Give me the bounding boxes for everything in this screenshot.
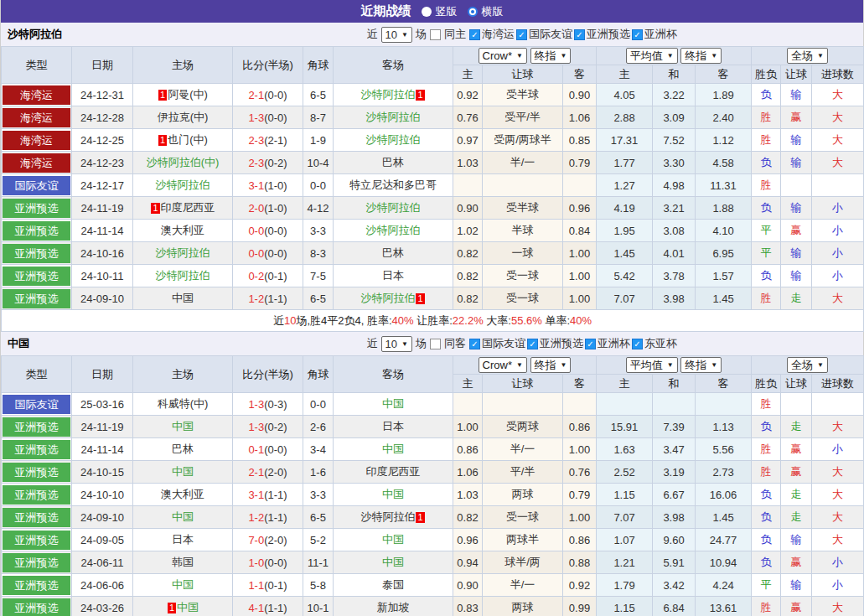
layout-radio-horizontal[interactable]: 横版 xyxy=(468,4,504,19)
odds-away-value: 1.00 xyxy=(563,287,597,310)
match-date: 25-03-16 xyxy=(72,393,133,416)
odds-source-select[interactable]: Crow*▼ xyxy=(479,48,527,64)
odds-home-value: 0.82 xyxy=(453,242,483,265)
avg-away-value: 11.31 xyxy=(696,174,752,197)
avg-draw-value: 3.09 xyxy=(653,106,696,129)
odds-header-group: Crow*▼ 终指▼ xyxy=(453,356,597,375)
match-type-badge: 亚洲预选 xyxy=(2,438,72,461)
corner-score: 3-3 xyxy=(303,484,334,506)
handicap-value: 受一球 xyxy=(483,287,563,310)
home-team: 沙特阿拉伯 xyxy=(133,265,233,287)
same-venue-checkbox[interactable] xyxy=(430,29,441,40)
avg-source-select[interactable]: 平均值▼ xyxy=(626,357,678,373)
result-wdl-value: 负 xyxy=(752,551,781,574)
result-handicap-value: 输 xyxy=(781,129,812,152)
competition-checkbox[interactable]: ✓ xyxy=(585,339,596,349)
col-avg-away: 客 xyxy=(696,65,752,84)
odds-stage-select[interactable]: 终指▼ xyxy=(530,48,572,64)
summary-row: 近10场,胜4平2负4, 胜率:40% 让胜率:22.2% 大率:55.6% 单… xyxy=(2,310,864,332)
result-wdl-value: 胜 xyxy=(752,597,781,616)
match-date: 24-10-10 xyxy=(72,484,133,506)
match-row: 亚洲预选 24-10-11 沙特阿拉伯 0-2(0-1) 7-5 日本 0.82… xyxy=(2,265,864,287)
odds-away-value: 0.99 xyxy=(563,597,597,616)
col-corner: 角球 xyxy=(303,47,334,84)
match-score: 1-2(1-1) xyxy=(233,506,303,529)
match-row: 海湾运 24-12-25 1也门(中) 2-3(2-1) 1-9 沙特阿拉伯 0… xyxy=(2,129,864,152)
match-score: 2-3(2-1) xyxy=(233,129,303,152)
handicap-value: 受半球 xyxy=(483,197,563,220)
competition-checkbox[interactable]: ✓ xyxy=(574,29,585,40)
away-team: 巴林 xyxy=(334,242,453,265)
odds-home-value: 0.82 xyxy=(453,287,483,310)
result-wdl-value: 平 xyxy=(752,220,781,242)
result-wdl-value: 负 xyxy=(752,197,781,220)
result-handicap-value xyxy=(781,174,812,197)
match-score: 1-3(0-2) xyxy=(233,416,303,438)
home-team: 中国 xyxy=(133,461,233,484)
result-wdl-value: 胜 xyxy=(752,393,781,416)
avg-home-value: 4.05 xyxy=(597,84,653,106)
match-row: 亚洲预选 24-11-14 澳大利亚 0-0(0-0) 3-3 沙特阿拉伯 1.… xyxy=(2,220,864,242)
match-row: 亚洲预选 24-10-16 沙特阿拉伯 0-0(0-0) 8-3 巴林 0.82… xyxy=(2,242,864,265)
match-score: 1-1(0-1) xyxy=(233,574,303,597)
odds-source-select[interactable]: Crow*▼ xyxy=(479,357,527,373)
same-venue-checkbox[interactable] xyxy=(430,339,441,349)
competition-checkbox[interactable]: ✓ xyxy=(469,339,480,349)
corner-score: 1-6 xyxy=(303,461,334,484)
col-home: 主场 xyxy=(133,356,233,393)
avg-home-value: 1.07 xyxy=(597,529,653,551)
odds-home-value: 0.97 xyxy=(453,129,483,152)
competition-checkbox[interactable]: ✓ xyxy=(527,339,538,349)
scope-select[interactable]: 全场▼ xyxy=(787,48,828,64)
radio-icon[interactable] xyxy=(422,7,432,17)
away-team: 新加坡 xyxy=(334,597,453,616)
result-goals-value: 大 xyxy=(812,152,864,174)
odds-stage-select[interactable]: 终指▼ xyxy=(530,357,572,373)
col-date: 日期 xyxy=(72,47,133,84)
match-type-badge: 海湾运 xyxy=(2,129,72,152)
match-row: 亚洲预选 24-09-10 中国 1-2(1-1) 6-5 沙特阿拉伯1 0.8… xyxy=(2,506,864,529)
result-wdl-value: 负 xyxy=(752,152,781,174)
avg-source-value: 平均值 xyxy=(630,359,663,371)
handicap-value xyxy=(483,174,563,197)
match-type-badge: 国际友谊 xyxy=(2,174,72,197)
competition-checkbox[interactable]: ✓ xyxy=(469,29,480,40)
match-date: 24-10-15 xyxy=(72,461,133,484)
competition-checkbox[interactable]: ✓ xyxy=(632,339,643,349)
avg-stage-select[interactable]: 终指▼ xyxy=(680,48,722,64)
layout-radio-vertical[interactable]: 竖版 xyxy=(422,4,458,19)
handicap-value: 受一球 xyxy=(483,506,563,529)
avg-away-value: 16.06 xyxy=(696,484,752,506)
result-handicap-value: 赢 xyxy=(781,461,812,484)
corner-score: 8-7 xyxy=(303,106,334,129)
chevron-down-icon: ▼ xyxy=(667,49,674,62)
odds-home-value: 0.76 xyxy=(453,106,483,129)
avg-home-value: 1.45 xyxy=(597,242,653,265)
avg-draw-value: 3.47 xyxy=(653,438,696,461)
result-handicap-value: 赢 xyxy=(781,551,812,574)
recent-count-select[interactable]: 10▼ xyxy=(381,336,412,352)
avg-source-select[interactable]: 平均值▼ xyxy=(626,48,678,64)
avg-draw-value: 3.08 xyxy=(653,220,696,242)
competition-checkbox[interactable]: ✓ xyxy=(516,29,527,40)
match-type-badge: 亚洲预选 xyxy=(2,242,72,265)
away-team: 中国 xyxy=(334,484,453,506)
avg-home-value: 17.31 xyxy=(597,129,653,152)
avg-away-value: 24.77 xyxy=(696,529,752,551)
avg-draw-value: 3.98 xyxy=(653,287,696,310)
avg-home-value: 1.15 xyxy=(597,597,653,616)
match-type-badge: 亚洲预选 xyxy=(2,197,72,220)
match-type-badge: 亚洲预选 xyxy=(2,574,72,597)
radio-selected-icon[interactable] xyxy=(468,7,478,17)
odds-home-value: 0.96 xyxy=(453,529,483,551)
scope-select[interactable]: 全场▼ xyxy=(787,357,828,373)
avg-draw-value: 3.98 xyxy=(653,506,696,529)
avg-home-value: 1.63 xyxy=(597,438,653,461)
recent-count-select[interactable]: 10▼ xyxy=(381,27,412,43)
match-type-badge: 亚洲预选 xyxy=(2,461,72,484)
avg-stage-select[interactable]: 终指▼ xyxy=(680,357,722,373)
corner-score: 3-3 xyxy=(303,220,334,242)
odds-away-value xyxy=(563,393,597,416)
competition-checkbox[interactable]: ✓ xyxy=(632,29,643,40)
result-handicap-value: 赢 xyxy=(781,106,812,129)
